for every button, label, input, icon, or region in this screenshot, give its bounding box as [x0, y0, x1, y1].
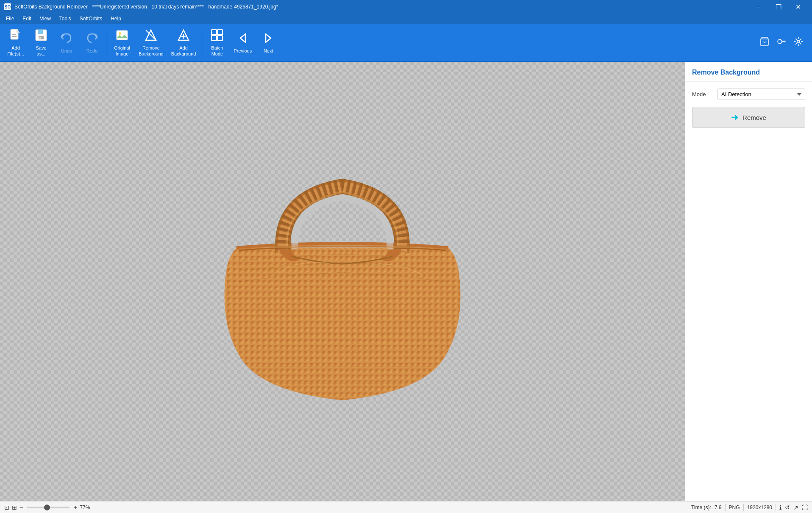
zoom-slider[interactable]: [27, 507, 70, 508]
svg-rect-2: [12, 36, 17, 37]
add-background-button[interactable]: Add Background: [168, 26, 200, 59]
svg-point-21: [778, 39, 782, 44]
redo-button[interactable]: Redo: [80, 26, 104, 59]
zoom-in-icon[interactable]: +: [74, 504, 77, 511]
batch-mode-label: Batch Mode: [211, 45, 223, 56]
save-as-icon: [34, 28, 48, 44]
menu-view[interactable]: View: [36, 15, 55, 22]
svg-point-22: [797, 40, 800, 43]
remove-button[interactable]: ➜ Remove: [692, 107, 805, 128]
window-controls: – ❐ ✕: [749, 0, 808, 14]
remove-background-label: Remove Background: [139, 45, 164, 56]
fullscreen-icon[interactable]: ⛶: [802, 504, 808, 511]
menu-bar: File Edit View Tools SoftOrbits Help: [0, 14, 812, 24]
add-background-label: Add Background: [171, 45, 196, 56]
previous-icon: [236, 31, 250, 47]
add-file-icon: [9, 28, 22, 44]
svg-rect-14: [211, 30, 217, 35]
status-divider-2: [743, 504, 744, 511]
svg-rect-16: [211, 36, 217, 41]
next-button[interactable]: Next: [256, 26, 281, 59]
title-bar: SO SoftOrbits Background Remover - ****U…: [0, 0, 812, 14]
info-icon[interactable]: ℹ: [779, 504, 781, 511]
svg-rect-15: [217, 30, 222, 35]
original-image-label: Original Image: [114, 45, 130, 56]
share-icon[interactable]: ↗: [793, 504, 798, 511]
format-label: PNG: [729, 505, 740, 510]
svg-rect-17: [217, 36, 222, 41]
zoom-value: 77%: [80, 505, 90, 510]
svg-rect-4: [38, 30, 43, 34]
redo-icon: [85, 31, 99, 47]
remove-button-label: Remove: [742, 114, 766, 121]
mode-row: Mode AI Detection Color Selection Edge D…: [692, 89, 805, 100]
zoom-out-icon[interactable]: −: [19, 504, 23, 511]
status-divider-1: [725, 504, 726, 511]
toolbar-separator-2: [202, 30, 202, 55]
previous-button[interactable]: Previous: [230, 26, 255, 59]
zoom-thumb[interactable]: [44, 505, 50, 510]
undo-label: Undo: [61, 48, 72, 54]
menu-tools[interactable]: Tools: [55, 15, 75, 22]
minimize-button[interactable]: –: [749, 0, 769, 14]
dimensions-value: 1920x1280: [747, 505, 772, 510]
key-icon[interactable]: [775, 35, 788, 51]
previous-label: Previous: [234, 48, 252, 54]
status-bar: ⊡ ⊞ − + 77% Time (s): 7.9 PNG 1920x1280 …: [0, 501, 812, 513]
toolbar-separator-1: [107, 30, 107, 55]
svg-line-10: [146, 30, 156, 40]
undo-icon: [60, 31, 73, 47]
menu-help[interactable]: Help: [106, 15, 125, 22]
zoom-actual-icon[interactable]: ⊞: [12, 504, 17, 511]
add-background-icon: [177, 28, 190, 44]
panel-section: Mode AI Detection Color Selection Edge D…: [685, 82, 812, 135]
right-panel: Remove Background Mode AI Detection Colo…: [685, 62, 812, 501]
maximize-button[interactable]: ❐: [769, 0, 788, 14]
svg-marker-19: [266, 34, 271, 42]
remove-arrow-icon: ➜: [731, 112, 738, 122]
menu-file[interactable]: File: [2, 15, 18, 22]
original-image-button[interactable]: Original Image: [110, 26, 134, 59]
svg-rect-5: [39, 36, 44, 39]
toolbar-right-icons: [758, 35, 805, 51]
canvas-area[interactable]: [0, 62, 685, 501]
window-title: SoftOrbits Background Remover - ****Unre…: [14, 4, 278, 10]
main-content: Remove Background Mode AI Detection Colo…: [0, 62, 812, 501]
remove-background-button[interactable]: Remove Background: [135, 26, 167, 59]
svg-rect-1: [12, 34, 16, 35]
time-value: 7.9: [715, 505, 722, 510]
next-icon: [261, 31, 275, 47]
settings-icon[interactable]: [792, 35, 805, 51]
status-info: Time (s): 7.9 PNG 1920x1280 ℹ ↺ ↗ ⛶: [691, 504, 808, 511]
svg-marker-18: [240, 34, 245, 42]
zoom-fit-icon[interactable]: ⊡: [4, 504, 9, 511]
cart-icon[interactable]: [758, 35, 771, 51]
panel-title: Remove Background: [685, 62, 812, 82]
app-icon: SO: [4, 3, 11, 10]
original-image-icon: [115, 28, 129, 44]
refresh-icon[interactable]: ↺: [785, 504, 790, 511]
svg-rect-7: [117, 31, 128, 40]
mode-select[interactable]: AI Detection Color Selection Edge Detect…: [717, 89, 805, 100]
add-file-button[interactable]: Add File(s)...: [3, 26, 28, 59]
image-display: [198, 150, 487, 413]
remove-background-icon: [144, 28, 158, 44]
add-file-label: Add File(s)...: [7, 45, 24, 56]
svg-rect-6: [39, 37, 41, 39]
save-as-button[interactable]: Save as...: [29, 26, 53, 59]
next-label: Next: [264, 48, 273, 54]
batch-mode-icon: [210, 28, 224, 44]
redo-label: Redo: [86, 48, 97, 54]
undo-button[interactable]: Undo: [54, 26, 79, 59]
mode-label: Mode: [692, 91, 713, 97]
batch-mode-button[interactable]: Batch Mode: [205, 26, 229, 59]
svg-point-8: [119, 32, 121, 35]
close-button[interactable]: ✕: [788, 0, 808, 14]
menu-edit[interactable]: Edit: [18, 15, 36, 22]
time-label: Time (s):: [691, 505, 711, 510]
save-as-label: Save as...: [36, 45, 46, 56]
menu-softorbits[interactable]: SoftOrbits: [75, 15, 106, 22]
status-divider-3: [776, 504, 776, 511]
toolbar: Add File(s)... Save as... Undo Redo Orig…: [0, 24, 812, 62]
